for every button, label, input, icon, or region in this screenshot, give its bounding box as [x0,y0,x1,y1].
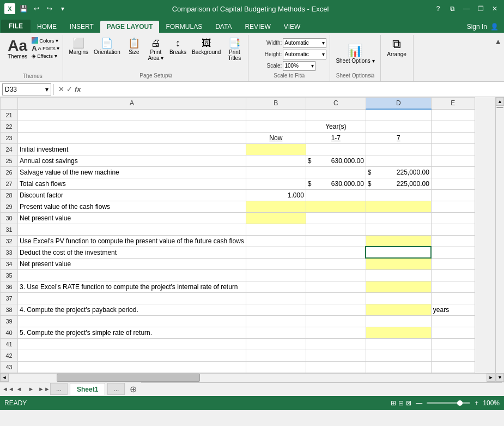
h-scroll-right-button[interactable]: ► [487,373,495,382]
row-header[interactable]: 26 [1,166,18,178]
arrange-button[interactable]: ⧉ Arrange [385,37,409,58]
cell-A37[interactable] [18,292,246,304]
cell-B31[interactable] [246,224,306,235]
row-header[interactable]: 28 [1,189,18,201]
cell-C31[interactable] [306,224,366,235]
v-scroll-up-button[interactable]: ▲ [496,97,504,106]
row-header[interactable]: 31 [1,224,18,235]
print-titles-button[interactable]: 📑 Print Titles [224,37,245,62]
sheet-nav-prev[interactable]: ◄ [14,386,24,392]
cell-B41[interactable] [246,338,306,350]
row-header[interactable]: 24 [1,143,18,155]
cell-E37[interactable] [431,292,475,304]
v-scroll-thumb[interactable] [496,107,503,108]
cell-D34[interactable] [366,258,431,269]
row-header[interactable]: 22 [1,121,18,132]
cell-C39[interactable] [306,315,366,327]
fonts-button[interactable]: A A Fonts ▾ [32,44,59,52]
cell-A28[interactable]: Discount factor [18,189,246,201]
cell-D43[interactable] [366,361,431,373]
h-scroll-left-button[interactable]: ◄ [0,373,9,382]
col-header-b[interactable]: B [246,98,306,110]
cell-A39[interactable] [18,315,246,327]
cell-B30[interactable] [246,212,306,224]
row-header[interactable]: 23 [1,132,18,143]
sign-in[interactable]: Sign In 👤 [463,21,503,33]
cell-A35[interactable] [18,269,246,281]
breaks-button[interactable]: ↕ Breaks [167,37,189,56]
add-sheet-button[interactable]: ⊕ [127,383,139,395]
cell-B27[interactable] [246,178,306,189]
cell-C23[interactable]: 1-7 [306,132,366,143]
row-header[interactable]: 34 [1,258,18,269]
cell-B37[interactable] [246,292,306,304]
cell-D31[interactable] [366,224,431,235]
cell-E25[interactable] [431,155,475,166]
cell-A22[interactable] [18,121,246,132]
cell-A32[interactable]: Use Excel's PV function to compute the p… [18,235,246,247]
normal-view-button[interactable]: ⊞ [391,399,396,407]
cell-E23[interactable] [431,132,475,143]
cell-C21[interactable] [306,109,366,121]
cell-C36[interactable] [306,281,366,292]
background-button[interactable]: 🖼 Background [190,37,223,56]
cell-C40[interactable] [306,327,366,338]
cell-E21[interactable] [431,109,475,121]
help-button[interactable]: ? [433,4,443,14]
insert-function-icon[interactable]: fx [75,85,81,93]
cell-C37[interactable] [306,292,366,304]
undo-button[interactable]: ↩ [32,4,41,14]
zoom-minus-button[interactable]: — [416,399,422,407]
v-scroll-track[interactable] [496,106,504,373]
cell-D37[interactable] [366,292,431,304]
cell-C34[interactable] [306,258,366,269]
minimize-button[interactable]: — [462,4,471,14]
cancel-icon[interactable]: ✕ [58,85,64,93]
cell-C35[interactable] [306,269,366,281]
page-break-view-button[interactable]: ⊠ [406,399,411,407]
sheet-nav-first[interactable]: ◄◄ [2,386,12,392]
scale-dialog-icon[interactable]: ⧉ [301,73,305,79]
cell-A31[interactable] [18,224,246,235]
cell-C27[interactable]: $630,000.00 [306,178,366,189]
cell-D27[interactable]: $225,000.00 [366,178,431,189]
cell-A42[interactable] [18,350,246,361]
tab-file[interactable]: FILE [1,20,31,33]
cell-C43[interactable] [306,361,366,373]
maximize-button[interactable]: ❐ [476,4,485,14]
cell-D23[interactable]: 7 [366,132,431,143]
customize-qat-button[interactable]: ▾ [58,4,68,14]
save-button[interactable]: 💾 [19,4,28,14]
cell-D40[interactable] [366,327,431,338]
zoom-plus-button[interactable]: + [475,399,478,407]
cell-C38[interactable] [306,304,366,315]
cell-A40[interactable]: 5. Compute the project's simple rate of … [18,327,246,338]
cell-E43[interactable] [431,361,475,373]
cell-A36[interactable]: 3. Use Excel's RATE function to compute … [18,281,246,292]
cell-C32[interactable] [306,235,366,247]
cell-B21[interactable] [246,109,306,121]
cell-D38[interactable] [366,304,431,315]
orientation-button[interactable]: 📄 Orientation [92,37,123,56]
cell-A34[interactable]: Net present value [18,258,246,269]
row-header[interactable]: 42 [1,350,18,361]
sheet-nav-last[interactable]: ►► [38,386,48,392]
cell-E35[interactable] [431,269,475,281]
cell-D28[interactable] [366,189,431,201]
cell-D26[interactable]: $225,000.00 [366,166,431,178]
print-area-button[interactable]: 🖨 Print Area ▾ [145,37,166,62]
tab-data[interactable]: DATA [209,21,238,33]
cell-E41[interactable] [431,338,475,350]
cell-E28[interactable] [431,189,475,201]
cell-B22[interactable] [246,121,306,132]
cell-B29[interactable] [246,201,306,212]
cell-E42[interactable] [431,350,475,361]
themes-button[interactable]: Aa Themes [5,37,29,61]
cell-C29[interactable] [306,201,366,212]
tab-home[interactable]: HOME [31,21,63,33]
cell-D41[interactable] [366,338,431,350]
cell-C28[interactable] [306,189,366,201]
zoom-slider[interactable] [427,402,470,404]
cell-B40[interactable] [246,327,306,338]
restore-button[interactable]: ⧉ [447,4,457,14]
